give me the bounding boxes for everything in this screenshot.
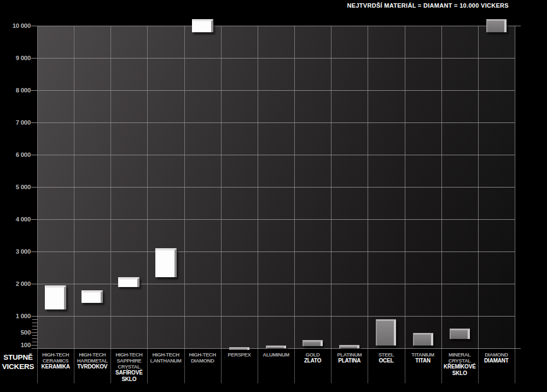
bar-mineral-crystal bbox=[450, 329, 470, 339]
category-label-steel: STEELOCEL bbox=[368, 351, 404, 390]
y-axis-tick bbox=[31, 219, 37, 220]
y-axis-minor-tick bbox=[32, 342, 37, 342]
category-label-en-line: CRYSTAL bbox=[441, 358, 478, 364]
category-label-platinum: PLATINUMPLATINA bbox=[331, 351, 368, 390]
bar-high-tech-ceramics bbox=[45, 285, 66, 309]
y-axis-minor-tick bbox=[32, 329, 37, 330]
category-label-high-tech-ceramics: HIGH-TECHCERAMICSKERAMIKA bbox=[37, 351, 74, 390]
y-axis-tick bbox=[31, 90, 37, 91]
bar-gold bbox=[302, 340, 323, 346]
gridline bbox=[37, 90, 515, 91]
y-axis-minor-tick bbox=[32, 319, 37, 320]
y-tick-label: 8 000 bbox=[0, 87, 31, 93]
category-label-high-tech-diamond: HIGH-TECHDIAMOND bbox=[184, 351, 221, 390]
category-label-en-line: ALUMINUM bbox=[258, 352, 294, 358]
chart-graphics-layer: 10 0009 0008 0007 0006 0005 0004 0003 00… bbox=[0, 0, 547, 392]
category-label-en-line: HIGH-TECH bbox=[147, 352, 184, 358]
y-axis-tick bbox=[31, 122, 37, 123]
category-label-cs-line: SKLO bbox=[441, 370, 478, 377]
y-tick-label: 5 000 bbox=[0, 184, 31, 190]
category-label-gold: GOLDZLATO bbox=[294, 351, 331, 390]
category-label-en-line: STEEL bbox=[368, 352, 404, 358]
category-label-en-line: MINERAL bbox=[441, 352, 478, 358]
category-label-high-tech-sapphire-crystal: HIGH-TECHSAPPHIRECRYSTALSAFÍROVÉSKLO bbox=[110, 351, 147, 390]
gridline bbox=[37, 316, 515, 317]
axis-baseline bbox=[32, 348, 521, 349]
y-axis-tick bbox=[31, 316, 37, 317]
y-axis-minor-tick bbox=[32, 338, 37, 339]
gridline bbox=[37, 251, 515, 252]
y-tick-label: 2 000 bbox=[0, 280, 31, 287]
category-label-mineral-crystal: MINERALCRYSTALKŘEMÍKOVÉSKLO bbox=[441, 351, 478, 390]
bar-platinum bbox=[339, 345, 359, 348]
gridline bbox=[37, 219, 515, 220]
category-label-en-line: DIAMOND bbox=[478, 352, 515, 358]
gridline-10000 bbox=[32, 26, 521, 26]
category-label-en-line: CRYSTAL bbox=[110, 364, 147, 370]
category-label-cs-line: TVRDOKOV bbox=[74, 364, 110, 370]
y-axis-tick bbox=[31, 332, 37, 333]
y-axis-unit-line1: STUPNĚ bbox=[1, 353, 36, 362]
category-label-cs-line: TITAN bbox=[405, 358, 441, 364]
y-axis-minor-tick bbox=[32, 326, 37, 326]
y-tick-label: 7 000 bbox=[0, 119, 31, 126]
category-label-en-line: HIGH-TECH bbox=[37, 352, 74, 358]
category-label-aluminum: ALUMINUM bbox=[258, 351, 294, 390]
bar-steel bbox=[376, 319, 396, 346]
category-label-cs-line: PLATINA bbox=[331, 358, 368, 364]
y-tick-label: 6 000 bbox=[0, 151, 31, 158]
y-axis-unit-line2: VICKERS bbox=[1, 362, 36, 371]
y-axis-tick bbox=[31, 155, 37, 155]
category-label-cs-line: DIAMANT bbox=[478, 358, 515, 364]
category-label-en-line: PERSPEX bbox=[221, 352, 258, 358]
category-label-en-line: GOLD bbox=[294, 352, 331, 358]
category-label-en-line: LANTHANUM bbox=[147, 358, 184, 364]
y-tick-label: 500 bbox=[0, 329, 31, 336]
category-label-perspex: PERSPEX bbox=[221, 351, 258, 390]
y-tick-label: 9 000 bbox=[0, 55, 31, 61]
category-labels: HIGH-TECHCERAMICSKERAMIKAHIGH-TECHHARDME… bbox=[37, 351, 515, 390]
y-axis-tick bbox=[31, 251, 37, 252]
category-label-en-line: HIGH-TECH bbox=[110, 352, 147, 358]
category-label-en-line: HARDMETAL bbox=[74, 358, 110, 364]
y-axis-minor-tick bbox=[32, 323, 37, 323]
bar-aluminum bbox=[266, 346, 286, 348]
y-axis-tick bbox=[31, 187, 37, 188]
category-label-en-line: SAPPHIRE bbox=[110, 358, 147, 364]
gridline bbox=[37, 58, 515, 58]
category-label-en-line: PLATINUM bbox=[331, 352, 368, 358]
gridline bbox=[37, 187, 515, 188]
bar-high-tech-sapphire-crystal bbox=[118, 277, 139, 287]
y-tick-label: 10 000 bbox=[0, 22, 31, 29]
bar-titanium bbox=[413, 333, 433, 345]
gridline bbox=[37, 122, 515, 123]
y-axis-tick bbox=[31, 284, 37, 284]
bar-high-tech-lanthanum bbox=[155, 248, 177, 277]
y-axis-tick bbox=[31, 345, 37, 346]
bar-high-tech-diamond bbox=[192, 19, 213, 32]
y-axis-unit-label: STUPNĚ VICKERS bbox=[1, 353, 36, 371]
bar-high-tech-hardmetal bbox=[82, 290, 103, 303]
category-label-cs-line: SAFÍROVÉ bbox=[110, 370, 147, 376]
y-axis-tick bbox=[31, 58, 37, 58]
bar-perspex bbox=[229, 347, 249, 350]
category-label-cs-line: KERAMIKA bbox=[37, 364, 74, 370]
y-tick-label: 1 000 bbox=[0, 313, 31, 319]
y-axis-tick bbox=[31, 26, 37, 26]
y-axis-minor-tick bbox=[32, 335, 37, 336]
gridline-vertical bbox=[515, 26, 515, 348]
category-label-en-line: HIGH-TECH bbox=[184, 352, 221, 358]
category-label-diamond: DIAMONDDIAMANT bbox=[478, 351, 515, 390]
category-label-cs-line: KŘEMÍKOVÉ bbox=[441, 364, 478, 370]
category-label-cs-line: OCEL bbox=[368, 358, 404, 364]
category-label-high-tech-lanthanum: HIGH-TECHLANTHANUM bbox=[147, 351, 184, 390]
category-label-en-line: TITANIUM bbox=[405, 352, 441, 358]
category-label-en-line: HIGH-TECH bbox=[74, 352, 110, 358]
y-tick-label: 4 000 bbox=[0, 216, 31, 223]
bar-diamond bbox=[486, 19, 507, 32]
category-label-cs-line: SKLO bbox=[110, 376, 147, 383]
y-tick-label: 100 bbox=[0, 342, 31, 348]
category-label-titanium: TITANIUMTITAN bbox=[405, 351, 441, 390]
y-tick-label: 3 000 bbox=[0, 248, 31, 255]
gridline bbox=[37, 284, 515, 284]
